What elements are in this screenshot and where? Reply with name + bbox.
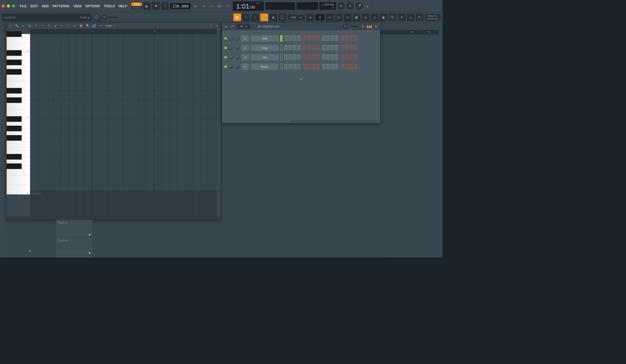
channel-name-button[interactable]: Snare [251,63,278,70]
step-button[interactable] [326,35,330,41]
channel-select[interactable] [280,54,282,60]
step-button[interactable] [330,45,334,50]
cr-undo-icon[interactable]: ↶ [231,24,235,29]
channel-vol-knob[interactable] [235,36,240,41]
step-button[interactable] [284,45,288,50]
pr-select-icon[interactable]: ⬚ [66,24,70,28]
channel-select[interactable] [280,35,282,42]
close-all-icon[interactable]: ↘ [407,13,414,21]
plugin-picker-icon[interactable]: ▣ [380,13,387,21]
step-button[interactable] [322,45,326,50]
pr-paint-icon[interactable]: 🖌 [53,24,58,28]
pr-menu-icon[interactable]: ▸ [8,24,13,28]
step-button[interactable] [303,64,307,69]
channel-pan-knob[interactable] [228,36,233,41]
channel-vol-knob[interactable] [235,64,240,69]
next-pattern-button[interactable]: + [326,13,333,21]
step-button[interactable] [303,55,307,60]
pr-control-label[interactable]: Control ▸ [7,191,30,216]
step-button[interactable] [335,55,339,60]
headphone-icon[interactable]: 🎧 [278,13,286,21]
step-sequencer-row[interactable] [284,45,358,50]
step-button[interactable] [303,35,307,41]
news-panel[interactable]: Today FLStudio ver.. [425,14,441,21]
step-button[interactable] [330,35,334,41]
pr-magnet-icon[interactable]: ⸙ [21,24,25,28]
song-mode-button[interactable]: SONG [131,6,142,9]
view-browser-icon[interactable]: ▯ [371,13,378,21]
cr-menu-icon[interactable]: ▸ [224,24,228,29]
step-button[interactable] [307,64,311,69]
step-button[interactable] [297,55,301,60]
play-button[interactable]: ▶ [143,2,151,10]
cr-swing-slider[interactable] [350,26,359,27]
step-button[interactable] [354,35,358,41]
channel-select[interactable] [280,45,282,51]
step-sequencer-row[interactable] [284,35,358,41]
pr-redo-icon[interactable]: ↷ [41,24,45,28]
step-button[interactable] [288,55,292,60]
channel-mute-led[interactable] [224,66,227,68]
cr-hscrollbar[interactable] [291,120,378,122]
add-pattern-button[interactable]: + [8,247,51,255]
channel-number[interactable]: 1 [241,35,249,42]
channel-pan-knob[interactable] [228,64,233,69]
cr-group-filter[interactable]: All▸ [237,24,250,29]
step-sequencer-row[interactable] [284,55,358,60]
channel-number[interactable]: 4 [241,63,249,70]
playlist-vscrollbar[interactable] [439,34,443,258]
step-button[interactable] [330,55,334,60]
channel-name-button[interactable]: Kick [251,35,278,42]
pr-scroll-icon[interactable]: ⇔ [99,24,103,28]
pr-mute-icon[interactable]: ⊘ [73,24,77,28]
channel-number[interactable]: 2 [241,45,249,51]
pr-close-icon[interactable]: ✕ [215,24,219,28]
link-button[interactable]: 🔗 [260,13,268,21]
step-button[interactable] [322,55,326,60]
channel-number[interactable]: 3 [241,54,249,60]
channel-name-button[interactable]: Clap [251,45,278,51]
menu-tools[interactable]: TOOLS [103,3,116,9]
channel-mute-led[interactable] [224,37,227,39]
channel-pan-knob[interactable] [228,55,233,60]
step-button[interactable] [335,45,339,50]
step-button[interactable] [345,55,349,60]
menu-help[interactable]: HELP [117,3,129,9]
step-button[interactable] [288,35,292,41]
step-button[interactable] [307,55,311,60]
step-button[interactable] [335,35,339,41]
wait-input-icon[interactable]: ⟲ [200,2,207,9]
pr-wrench-icon[interactable]: 🔧 [15,24,19,28]
cpu-memory-panel[interactable]: 1 | 266 MB 0 [319,2,336,10]
expand-icon[interactable]: ▸ [364,2,371,9]
playlist-track-header[interactable]: Track 9 [56,220,92,238]
menu-edit[interactable]: EDIT [29,3,39,9]
step-button[interactable] [297,64,301,69]
step-button[interactable] [307,35,311,41]
step-sequencer-row[interactable] [284,64,358,69]
step-button[interactable] [349,64,353,69]
cr-step-icon[interactable]: ▮▮▮ [367,24,372,29]
song-position-display[interactable]: 1:01:00 B:S:T [233,1,264,11]
step-button[interactable] [341,55,345,60]
pattern-number[interactable]: 1 [315,14,324,21]
playlist-track-header[interactable]: Track 10 [56,238,92,255]
menu-file[interactable]: FILE [19,3,28,9]
channel-name-button[interactable]: Hat [251,54,278,60]
cr-close-icon[interactable]: ✕ [374,24,378,29]
prev-pattern-button[interactable]: ◂ [307,13,314,21]
step-button[interactable] [311,45,315,50]
channel-select[interactable] [280,63,282,70]
tempo-tapper-icon[interactable]: ✦ [398,13,405,21]
horizontal-slider[interactable] [109,16,117,18]
menu-add[interactable]: ADD [40,3,50,9]
pattern-mode-button[interactable]: PAT [131,2,142,6]
channel-vol-knob[interactable] [235,46,240,50]
step-button[interactable] [293,45,297,50]
plugin-database-icon[interactable]: 🔌 [389,13,396,21]
snap-selector[interactable]: Line▸ [287,14,305,20]
step-button[interactable] [354,45,358,50]
menu-options[interactable]: OPTIONS [84,3,101,9]
piano-roll-vscrollbar[interactable] [217,34,221,190]
record-button[interactable]: ● [161,2,169,10]
